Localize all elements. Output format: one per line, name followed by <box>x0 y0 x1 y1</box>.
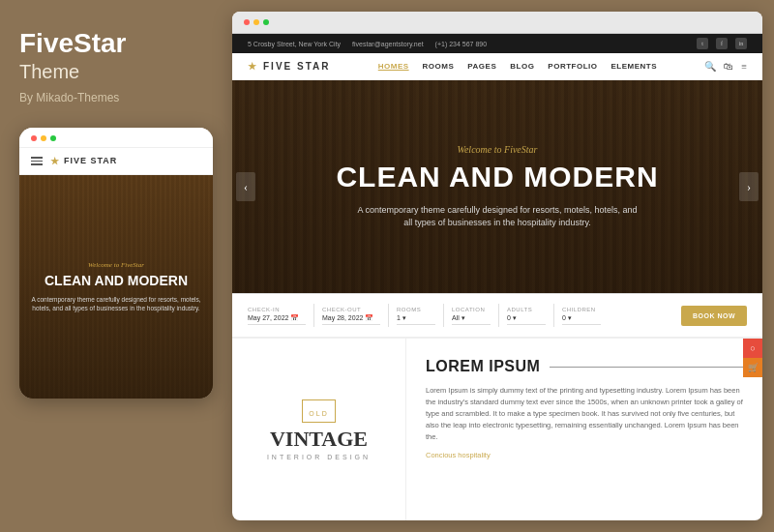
nav-blog[interactable]: BLOG <box>510 62 534 71</box>
nav-rooms[interactable]: ROOMS <box>423 62 455 71</box>
browser-dot-red <box>244 19 250 25</box>
nav-action-icons: 🔍 🛍 ≡ <box>704 61 747 72</box>
mobile-headline: CLEAN AND MODERN <box>45 273 188 289</box>
side-icon-bottom[interactable]: 🛒 <box>743 358 762 377</box>
adults-label: ADULTS <box>507 307 546 312</box>
mobile-dots <box>31 135 56 141</box>
children-field: CHILDREN 0 ▾ <box>562 307 601 325</box>
rooms-select[interactable]: 1 ▾ <box>397 314 435 325</box>
checkout-value[interactable]: May 28, 2022 📅 <box>322 314 380 325</box>
mobile-logo-text: FIVE STAR <box>64 156 117 165</box>
nav-pages[interactable]: PAGES <box>467 62 496 71</box>
hero-subtext: A contemporary theme carefully designed … <box>352 204 642 230</box>
checkout-label: CHECK-OUT <box>322 307 380 312</box>
mobile-nav: ★ FIVE STAR <box>19 148 213 175</box>
checkin-value[interactable]: May 27, 2022 📅 <box>248 314 306 325</box>
brand-name: FiveStar <box>19 29 127 59</box>
content-section: OLD VINTAGE INTERIOR DESIGN LOREM IPSUM … <box>232 339 762 520</box>
checkin-label: CHECK-IN <box>248 307 306 312</box>
email-text: fivestar@agentstory.net <box>352 41 424 47</box>
nav-elements[interactable]: ELEMENTS <box>611 62 658 71</box>
location-label: LOCATION <box>452 307 491 312</box>
children-label: CHILDREN <box>562 307 601 312</box>
content-body: Lorem Ipsum is simply dummy text of the … <box>426 385 743 443</box>
browser-window: 5 Crosby Street, New York City fivestar@… <box>232 12 762 520</box>
booking-bar: CHECK-IN May 27, 2022 📅 CHECK-OUT May 28… <box>232 293 762 339</box>
book-now-button[interactable]: BOOK NOW <box>681 306 747 326</box>
divider-4 <box>498 304 499 327</box>
left-panel: FiveStar Theme By Mikado-Themes ★ FIVE S… <box>0 0 232 532</box>
rooms-label: ROOMS <box>397 307 435 312</box>
hamburger-icon[interactable] <box>31 157 43 165</box>
content-heading-row: LOREM IPSUM <box>426 358 743 375</box>
browser-dot-green <box>263 19 269 25</box>
phone-text: (+1) 234 567 890 <box>435 41 488 47</box>
mobile-logo: ★ FIVE STAR <box>50 156 117 166</box>
checkin-field: CHECK-IN May 27, 2022 📅 <box>248 307 306 325</box>
browser-dot-yellow <box>253 19 259 25</box>
heading-divider <box>550 367 743 368</box>
facebook-icon[interactable]: f <box>716 38 728 49</box>
location-field: LOCATION All ▾ <box>452 307 491 325</box>
star-icon: ★ <box>50 156 60 166</box>
divider-2 <box>388 304 389 327</box>
social-icons: t f in <box>697 38 747 49</box>
hero-headline: CLEAN AND MODERN <box>336 161 658 192</box>
address-text: 5 Crosby Street, New York City <box>248 41 341 47</box>
main-nav: ★ FIVE STAR HOMES ROOMS PAGES BLOG PORTF… <box>232 53 762 80</box>
hero-content: Welcome to FiveStar CLEAN AND MODERN A c… <box>232 80 762 293</box>
nav-homes[interactable]: HOMES <box>378 62 409 71</box>
vintage-logo-area: OLD VINTAGE INTERIOR DESIGN <box>232 339 406 520</box>
vintage-tag: OLD <box>309 410 328 417</box>
hero-section: Welcome to FiveStar CLEAN AND MODERN A c… <box>232 80 762 293</box>
bag-icon[interactable]: 🛍 <box>724 61 733 72</box>
divider-5 <box>553 304 554 327</box>
adults-select[interactable]: 0 ▾ <box>507 314 546 325</box>
menu-icon[interactable]: ≡ <box>741 61 747 72</box>
nav-links: HOMES ROOMS PAGES BLOG PORTFOLIO ELEMENT… <box>378 62 657 71</box>
hero-welcome: Welcome to FiveStar <box>458 144 538 155</box>
carousel-next[interactable]: › <box>739 172 759 201</box>
dot-red <box>31 135 37 141</box>
content-link[interactable]: Concious hospitality <box>426 451 743 459</box>
vintage-brand: VINTAGE <box>270 429 368 450</box>
carousel-prev[interactable]: ‹ <box>236 172 255 201</box>
mobile-subtext: A contemporary theme carefully designed … <box>29 295 203 312</box>
location-select[interactable]: All ▾ <box>452 314 491 325</box>
search-icon[interactable]: 🔍 <box>704 61 716 72</box>
brand-bold: FiveStar <box>19 28 127 58</box>
browser-dots <box>244 19 269 25</box>
browser-chrome <box>232 12 762 34</box>
site-info-bar: 5 Crosby Street, New York City fivestar@… <box>232 34 762 53</box>
mobile-preview: ★ FIVE STAR Welcome to FiveStar CLEAN AN… <box>19 128 213 399</box>
mobile-hero: Welcome to FiveStar CLEAN AND MODERN A c… <box>19 175 213 399</box>
vintage-tag-box: OLD <box>302 399 335 423</box>
nav-portfolio[interactable]: PORTFOLIO <box>548 62 597 71</box>
logo-star-icon: ★ <box>248 61 258 72</box>
content-text-area: LOREM IPSUM Lorem Ipsum is simply dummy … <box>406 339 762 520</box>
children-select[interactable]: 0 ▾ <box>562 314 601 325</box>
contact-info: 5 Crosby Street, New York City fivestar@… <box>248 41 487 47</box>
checkout-field: CHECK-OUT May 28, 2022 📅 <box>322 307 380 325</box>
content-heading: LOREM IPSUM <box>426 358 540 375</box>
site-logo: ★ FIVE STAR <box>248 61 330 72</box>
mobile-top-bar <box>19 128 213 148</box>
author-label: By Mikado-Themes <box>19 91 119 104</box>
vintage-sub: INTERIOR DESIGN <box>267 454 371 460</box>
theme-label: Theme <box>19 61 79 83</box>
logo-text: FIVE STAR <box>263 61 330 72</box>
divider-3 <box>443 304 444 327</box>
divider-1 <box>313 304 314 327</box>
mobile-welcome: Welcome to FiveStar <box>88 261 144 269</box>
rooms-field: ROOMS 1 ▾ <box>397 307 435 325</box>
dot-yellow <box>41 135 46 141</box>
twitter-icon[interactable]: t <box>697 38 708 49</box>
side-action-icons: ○ 🛒 <box>743 339 762 377</box>
side-icon-top[interactable]: ○ <box>743 339 762 358</box>
adults-field: ADULTS 0 ▾ <box>507 307 546 325</box>
instagram-icon[interactable]: in <box>735 38 747 49</box>
dot-green <box>50 135 56 141</box>
